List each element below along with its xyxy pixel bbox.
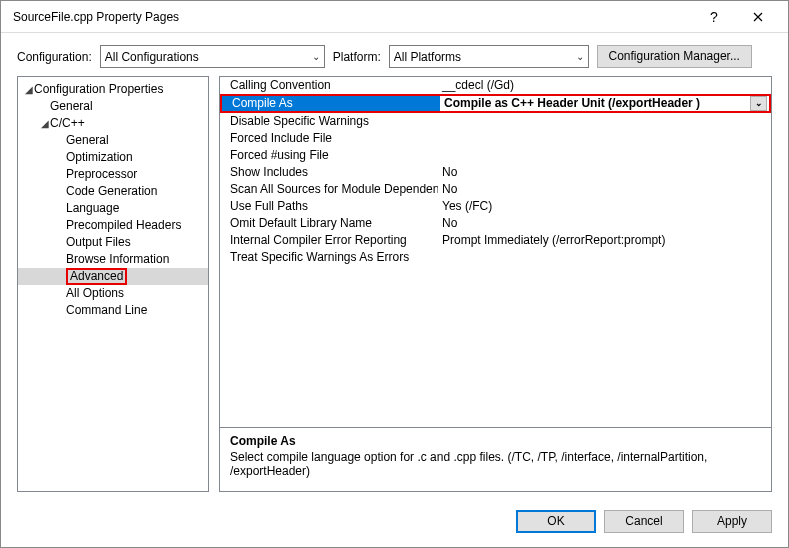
property-value[interactable]: No (438, 181, 771, 198)
property-name: Omit Default Library Name (220, 215, 438, 232)
grid-row[interactable]: Use Full PathsYes (/FC) (220, 198, 771, 215)
property-name: Internal Compiler Error Reporting (220, 232, 438, 249)
property-name: Calling Convention (220, 77, 438, 94)
tree-node-output-files[interactable]: Output Files (18, 234, 208, 251)
tree-node-all-options[interactable]: All Options (18, 285, 208, 302)
tree-node-preprocessor[interactable]: Preprocessor (18, 166, 208, 183)
property-value[interactable]: No (438, 215, 771, 232)
apply-button[interactable]: Apply (692, 510, 772, 533)
property-value[interactable]: __cdecl (/Gd) (438, 77, 771, 94)
property-value[interactable] (438, 113, 771, 130)
expand-icon: ◢ (24, 81, 34, 98)
property-value[interactable]: No (438, 164, 771, 181)
tree-node-language[interactable]: Language (18, 200, 208, 217)
grid-row[interactable]: Omit Default Library NameNo (220, 215, 771, 232)
property-value[interactable]: Yes (/FC) (438, 198, 771, 215)
tree-node-optimization[interactable]: Optimization (18, 149, 208, 166)
property-value[interactable]: Compile as C++ Header Unit (/exportHeade… (440, 96, 769, 111)
tree-node-root[interactable]: ◢Configuration Properties (18, 81, 208, 98)
grid-row[interactable]: Scan All Sources for Module Dependencies… (220, 181, 771, 198)
tree-node-general[interactable]: General (18, 98, 208, 115)
tree-node-command-line[interactable]: Command Line (18, 302, 208, 319)
property-value[interactable]: Prompt Immediately (/errorReport:prompt) (438, 232, 771, 249)
chevron-down-icon: ⌄ (576, 51, 584, 62)
dialog-window: SourceFile.cpp Property Pages ? Configur… (0, 0, 789, 548)
description-text: Select compile language option for .c an… (230, 450, 761, 478)
ok-button[interactable]: OK (516, 510, 596, 533)
grid-row[interactable]: Disable Specific Warnings (220, 113, 771, 130)
footer: OK Cancel Apply (1, 500, 788, 547)
close-button[interactable] (736, 2, 780, 32)
property-name: Forced Include File (220, 130, 438, 147)
property-name: Use Full Paths (220, 198, 438, 215)
grid-row[interactable]: Treat Specific Warnings As Errors (220, 249, 771, 266)
config-row: Configuration: All Configurations ⌄ Plat… (1, 33, 788, 76)
property-value[interactable] (438, 130, 771, 147)
tree-node-cpp[interactable]: ◢C/C++ (18, 115, 208, 132)
body: ◢Configuration Properties General ◢C/C++… (1, 76, 788, 500)
platform-combo[interactable]: All Platforms ⌄ (389, 45, 589, 68)
grid-row[interactable]: Forced Include File (220, 130, 771, 147)
property-name: Scan All Sources for Module Dependencies (220, 181, 438, 198)
property-grid[interactable]: Calling Convention__cdecl (/Gd)Compile A… (219, 76, 772, 428)
property-name: Forced #using File (220, 147, 438, 164)
grid-row[interactable]: Show IncludesNo (220, 164, 771, 181)
grid-row[interactable]: Compile AsCompile as C++ Header Unit (/e… (220, 94, 771, 113)
configuration-manager-button[interactable]: Configuration Manager... (597, 45, 752, 68)
platform-value: All Platforms (394, 50, 461, 64)
tree-node-advanced[interactable]: Advanced (18, 268, 208, 285)
dropdown-button[interactable]: ⌄ (750, 96, 767, 111)
tree-node-code-generation[interactable]: Code Generation (18, 183, 208, 200)
cancel-button[interactable]: Cancel (604, 510, 684, 533)
grid-row[interactable]: Internal Compiler Error ReportingPrompt … (220, 232, 771, 249)
tree-node-general[interactable]: General (18, 132, 208, 149)
property-name: Treat Specific Warnings As Errors (220, 249, 438, 266)
description-panel: Compile As Select compile language optio… (219, 428, 772, 492)
close-icon (753, 12, 763, 22)
property-name: Compile As (222, 96, 440, 111)
description-title: Compile As (230, 434, 761, 448)
grid-row[interactable]: Forced #using File (220, 147, 771, 164)
platform-label: Platform: (333, 50, 381, 64)
titlebar: SourceFile.cpp Property Pages ? (1, 1, 788, 33)
property-value[interactable] (438, 147, 771, 164)
expand-icon: ◢ (40, 115, 50, 132)
tree-node-browse-information[interactable]: Browse Information (18, 251, 208, 268)
configuration-value: All Configurations (105, 50, 199, 64)
property-value[interactable] (438, 249, 771, 266)
tree-node-label: Advanced (66, 268, 127, 285)
property-name: Show Includes (220, 164, 438, 181)
chevron-down-icon: ⌄ (312, 51, 320, 62)
tree-node-precompiled-headers[interactable]: Precompiled Headers (18, 217, 208, 234)
window-title: SourceFile.cpp Property Pages (9, 10, 692, 24)
nav-tree[interactable]: ◢Configuration Properties General ◢C/C++… (17, 76, 209, 492)
configuration-label: Configuration: (17, 50, 92, 64)
right-column: Calling Convention__cdecl (/Gd)Compile A… (219, 76, 772, 492)
configuration-combo[interactable]: All Configurations ⌄ (100, 45, 325, 68)
help-button[interactable]: ? (692, 2, 736, 32)
property-name: Disable Specific Warnings (220, 113, 438, 130)
grid-row[interactable]: Calling Convention__cdecl (/Gd) (220, 77, 771, 94)
